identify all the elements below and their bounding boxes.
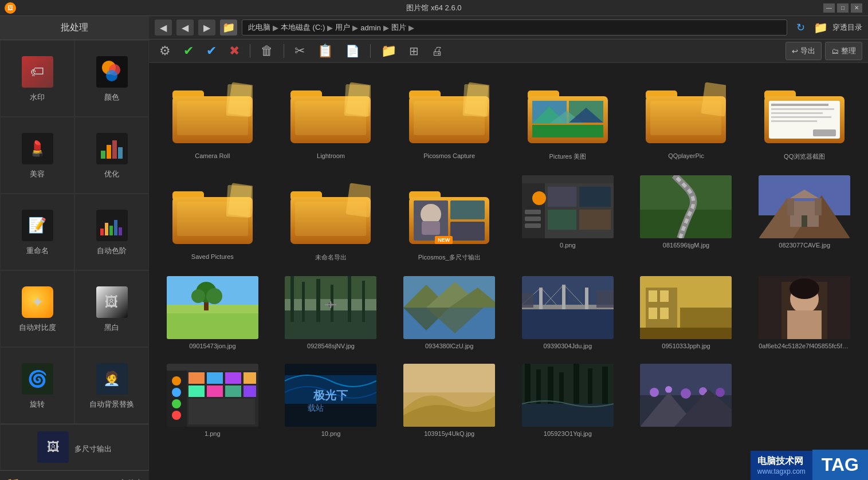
- print-button[interactable]: 🖨: [427, 42, 447, 60]
- title-bar: 🖼 图片馆 x64 2.6.0 — □ ✕: [0, 0, 868, 16]
- svg-rect-163: [574, 364, 579, 404]
- file-0af6eb24[interactable]: 0af6eb24c5182e7f405855fc5fcf...: [749, 273, 859, 352]
- file-last[interactable]: [631, 361, 741, 440]
- close-button[interactable]: ✕: [851, 3, 862, 13]
- export-label: 导出: [800, 46, 815, 56]
- folder-qq-browser-screenshot[interactable]: QQ浏览器截图: [749, 72, 859, 164]
- export-icon: ↩: [792, 47, 798, 56]
- organize-label: 整理: [841, 46, 856, 56]
- sidebar-item-autocontrast[interactable]: ✦ 自动对比度: [0, 270, 74, 347]
- svg-rect-94: [290, 276, 294, 322]
- folder-up-button[interactable]: 📁: [220, 19, 237, 36]
- sidebar-item-beauty[interactable]: 💄 美容: [0, 117, 74, 194]
- sidebar-item-bgswap[interactable]: 🧑‍💼 自动背景替换: [74, 347, 149, 424]
- content-area[interactable]: Camera Roll: [149, 63, 868, 448]
- view-button[interactable]: ⊞: [404, 42, 423, 60]
- folder-qqplayerpic-label: QQplayerPic: [668, 152, 704, 159]
- watermark-text: 电脑技术网 www.tagxp.com: [751, 451, 812, 480]
- file-0-png[interactable]: 0.png: [513, 172, 623, 265]
- delete-button[interactable]: 🗑: [256, 42, 278, 60]
- file-0816596[interactable]: 0816596tjgM.jpg: [631, 172, 741, 265]
- svg-rect-49: [226, 184, 252, 217]
- svg-rect-42: [771, 116, 831, 118]
- autocontrast-icon-box: ✦: [20, 285, 54, 319]
- check-button-2[interactable]: ✔: [202, 42, 221, 60]
- settings-button[interactable]: ⚙: [155, 42, 175, 60]
- folder-camera-roll[interactable]: Camera Roll: [158, 72, 268, 164]
- sidebar-item-rename-label: 重命名: [26, 246, 49, 256]
- copy-button[interactable]: 📋: [313, 42, 337, 60]
- svg-rect-164: [588, 368, 592, 404]
- svg-rect-140: [207, 372, 223, 384]
- file-0928548[interactable]: 0928548sjNV.jpg: [276, 273, 386, 352]
- svg-rect-120: [522, 293, 533, 308]
- navigation-bar: ◀ ◀ ▶ 📁 此电脑 ▶ 本地磁盘 (C:) ▶ 用户 ▶ admin ▶ 图…: [149, 16, 868, 40]
- sidebar-item-autolevels[interactable]: 自动色阶: [74, 194, 149, 270]
- file-105923[interactable]: 105923O1Yqi.jpg: [513, 361, 623, 440]
- file-103915[interactable]: 103915y4UkQ.jpg: [394, 361, 504, 440]
- back2-button[interactable]: ◀: [176, 19, 194, 36]
- file-09015473-label: 09015473jon.jpg: [189, 343, 235, 349]
- svg-rect-70: [525, 210, 541, 214]
- sidebar-item-color[interactable]: 颜色: [74, 40, 149, 117]
- file-09390304[interactable]: 09390304Jdu.jpg: [513, 273, 623, 352]
- maximize-button[interactable]: □: [837, 3, 849, 13]
- svg-rect-166: [522, 404, 614, 427]
- sidebar-item-multisize[interactable]: 🖼 多尺寸输出: [0, 424, 149, 470]
- sidebar-item-bw[interactable]: 🖼 黑白: [74, 270, 149, 347]
- file-1-png[interactable]: 1.png: [158, 361, 268, 440]
- svg-rect-143: [188, 385, 205, 397]
- cut-button[interactable]: ✂: [290, 42, 309, 60]
- folder-picosmos-capture[interactable]: Picosmos Capture: [394, 72, 504, 164]
- sidebar-item-rename[interactable]: 📝 重命名: [0, 194, 74, 270]
- svg-rect-111: [522, 308, 614, 339]
- file-0af6eb24-label: 0af6eb24c5182e7f405855fc5fcf...: [759, 343, 850, 349]
- svg-rect-161: [548, 367, 553, 404]
- window-controls[interactable]: — □ ✕: [823, 3, 862, 13]
- folder-icon-nav: 📁: [814, 21, 828, 34]
- export-button[interactable]: ↩ 导出: [785, 42, 822, 60]
- file-0951033-label: 0951033Jpph.jpg: [662, 343, 710, 349]
- folder-picosmos-multisize[interactable]: NEW Picosmos_多尺寸输出: [394, 172, 504, 265]
- sidebar-grid: 🏷 水印 颜色 💄 美容: [0, 40, 149, 424]
- files-grid: Camera Roll: [158, 72, 859, 440]
- file-09015473[interactable]: 09015473jon.jpg: [158, 273, 268, 352]
- check-button-1[interactable]: ✔: [179, 42, 198, 60]
- folder-unnamed-export[interactable]: 未命名导出: [276, 172, 386, 265]
- cancel-button[interactable]: ✖: [225, 42, 244, 60]
- svg-rect-160: [536, 369, 541, 404]
- forward-button[interactable]: ▶: [198, 19, 215, 36]
- file-0823077[interactable]: 0823077CAVE.jpg: [749, 172, 859, 265]
- svg-rect-127: [660, 308, 669, 319]
- folder-pictures-meitu[interactable]: Pictures 美图: [513, 72, 623, 164]
- sidebar-item-optimize[interactable]: 优化: [74, 117, 149, 194]
- file-0951033[interactable]: 0951033Jpph.jpg: [631, 273, 741, 352]
- folder-saved-pictures-label: Saved Pictures: [191, 253, 234, 260]
- folder-saved-pictures[interactable]: Saved Pictures: [158, 172, 268, 265]
- svg-rect-43: [771, 120, 817, 122]
- folder-lightroom[interactable]: Lightroom: [276, 72, 386, 164]
- sidebar-item-rotate[interactable]: 🌀 旋转: [0, 347, 74, 424]
- svg-rect-68: [579, 210, 611, 230]
- organize-button[interactable]: 🗂 整理: [825, 42, 862, 60]
- transparent-dir-label: 穿透目录: [832, 22, 862, 33]
- folder-camera-roll-label: Camera Roll: [195, 152, 230, 159]
- back-button[interactable]: ◀: [155, 19, 172, 36]
- file-0816596-label: 0816596tjgM.jpg: [663, 242, 709, 249]
- svg-rect-66: [579, 187, 611, 207]
- paste-button[interactable]: 📄: [341, 42, 364, 60]
- svg-rect-165: [602, 367, 608, 404]
- svg-rect-41: [771, 112, 823, 114]
- folder-new-button[interactable]: 📁: [376, 42, 401, 60]
- svg-point-150: [172, 399, 181, 408]
- sidebar-item-watermark[interactable]: 🏷 水印: [0, 40, 74, 117]
- file-0934380[interactable]: 0934380lCzU.jpg: [394, 273, 504, 352]
- file-10-png[interactable]: 极光下 载站 10.png: [276, 361, 386, 440]
- refresh-button[interactable]: ↻: [792, 19, 809, 36]
- svg-rect-146: [243, 385, 256, 397]
- folder-qqplayerpic[interactable]: QQplayerPic: [631, 72, 741, 164]
- svg-rect-3: [101, 151, 105, 159]
- sidebar-item-bw-label: 黑白: [104, 322, 119, 333]
- minimize-button[interactable]: —: [823, 3, 835, 13]
- svg-rect-125: [660, 290, 669, 302]
